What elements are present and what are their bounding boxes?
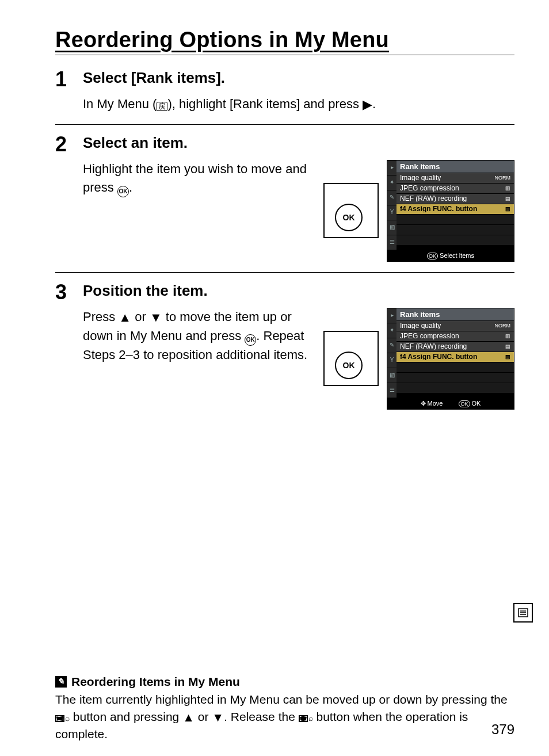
lcd-row-label: f4 Assign FUNC. button [400, 353, 477, 360]
right-triangle-icon: ▶ [363, 96, 372, 114]
step-paragraph: In My Menu (戻), highlight [Rank items] a… [83, 95, 514, 114]
camera-lcd-screenshot: ▸ ✦ ✎ Y ▨ ☰ Rank items Image qualityNORM… [387, 308, 514, 410]
lcd-row-label: JPEG compression [400, 185, 459, 192]
lcd-tab-icon: ✦ [387, 323, 396, 338]
lcd-tab-icon: ▸ [387, 308, 396, 323]
step-1: 1 Select [Rank items]. In My Menu (戻), h… [55, 60, 514, 125]
up-triangle-icon: ▲ [182, 709, 195, 726]
lcd-tab-icon: ▨ [387, 220, 396, 235]
text: In My Menu ( [83, 97, 157, 111]
lcd-tab-icon: ☰ [387, 383, 396, 398]
lcd-tab-icon: Y [387, 205, 396, 220]
page-title: Reordering Options in My Menu [55, 28, 514, 55]
text: . Release the [224, 710, 299, 723]
lcd-row-value: NORM [495, 323, 511, 329]
step-2: 2 Select an item. Highlight the item you… [55, 125, 514, 273]
thumbnail-zoom-icon: ⌕ [55, 713, 70, 724]
text: or [131, 310, 150, 324]
thumbnail-zoom-icon: ⌕ [299, 713, 313, 724]
mymenu-icon: 戻 [157, 102, 167, 111]
ok-dial-illustration: OK [323, 331, 379, 386]
lcd-header: Rank items [396, 308, 514, 321]
note-body: The item currently highlighted in My Men… [55, 691, 514, 742]
lcd-row-label: NEF (RAW) recording [400, 195, 467, 202]
lcd-row-value: ▤ [505, 354, 510, 360]
lcd-row-label: Image quality [400, 174, 441, 181]
lcd-row-label: NEF (RAW) recording [400, 343, 467, 350]
note-heading: Reordering Items in My Menu [71, 673, 240, 690]
step-heading: Select [Rank items]. [83, 69, 514, 87]
lcd-tab-icon: ✎ [387, 338, 396, 353]
up-triangle-icon: ▲ [119, 308, 131, 327]
lcd-tab-icon: ▸ [387, 161, 396, 175]
down-triangle-icon: ▼ [212, 709, 224, 726]
lcd-row-value: ▥ [505, 334, 510, 339]
lcd-footer-left: ✥ Move [421, 400, 443, 407]
step-heading: Position the item. [83, 282, 514, 300]
step-3: 3 Position the item. Press ▲ or ▼ to mov… [55, 273, 514, 420]
page-number: 379 [491, 721, 514, 738]
lcd-row-label: f4 Assign FUNC. button [400, 205, 477, 212]
step-paragraph: Highlight the item you wish to move and … [83, 160, 313, 197]
lcd-row-value: ▤ [505, 196, 510, 201]
text: ), highlight [Rank items] and press [167, 97, 363, 111]
lcd-header: Rank items [396, 161, 514, 173]
step-number: 2 [55, 133, 70, 262]
lcd-tab-icon: ✦ [387, 175, 396, 190]
ok-icon: OK [245, 334, 256, 346]
note-box: ✎ Reordering Items in My Menu The item c… [55, 673, 514, 743]
lcd-footer: OK Select items [427, 253, 474, 259]
text: or [195, 710, 212, 723]
ok-icon: OK [117, 186, 129, 197]
lcd-tab-icon: ▨ [387, 368, 396, 383]
text: Highlight the item you wish to move and … [83, 162, 307, 194]
camera-lcd-screenshot: ▸ ✦ ✎ Y ▨ ☰ Rank items Image qualityNORM… [387, 160, 514, 262]
lcd-tab-icon: Y [387, 353, 396, 368]
down-triangle-icon: ▼ [150, 308, 162, 327]
lcd-row-value: ▤ [505, 207, 510, 212]
lcd-row-value: NORM [495, 175, 511, 181]
pencil-icon: ✎ [55, 676, 67, 688]
lcd-tab-icon: ☰ [387, 235, 396, 250]
section-tab-icon [513, 603, 533, 623]
step-number: 3 [55, 281, 70, 410]
step-paragraph: Press ▲ or ▼ to move the item up or down… [83, 308, 313, 364]
lcd-row-label: JPEG compression [400, 333, 459, 339]
text: button and pressing [70, 710, 182, 723]
text: Press [83, 310, 119, 324]
lcd-tab-icon: ✎ [387, 190, 396, 205]
ok-dial-illustration: OK [323, 183, 379, 238]
lcd-row-value: ▤ [505, 344, 510, 349]
lcd-row-label: Image quality [400, 322, 441, 329]
text: . [372, 97, 376, 111]
text: . [129, 180, 132, 194]
step-number: 1 [55, 68, 70, 114]
step-heading: Select an item. [83, 134, 514, 152]
lcd-footer-right: OK OK [459, 400, 481, 407]
lcd-row-value: ▥ [505, 186, 510, 191]
text: The item currently highlighted in My Men… [55, 693, 508, 706]
